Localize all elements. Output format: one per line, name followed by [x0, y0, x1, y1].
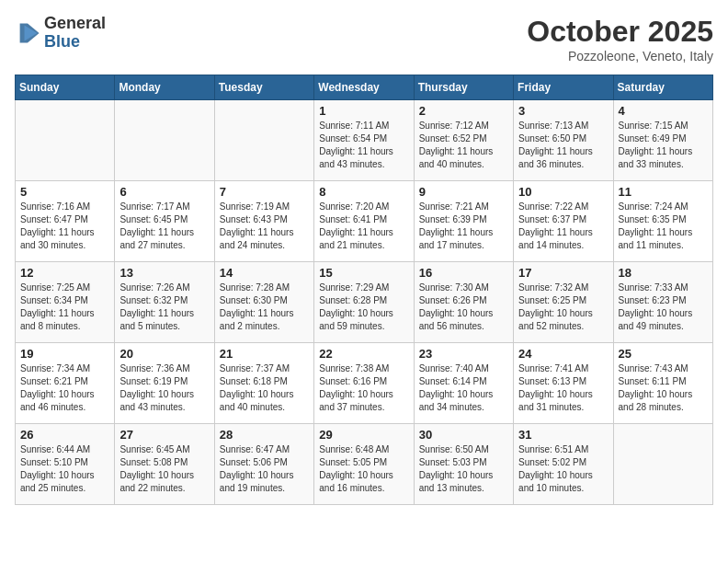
sunset-text: Sunset: 5:10 PM — [20, 457, 88, 467]
day-number: 29 — [319, 428, 408, 442]
day-number: 2 — [419, 104, 508, 118]
calendar-cell: 9Sunrise: 7:21 AMSunset: 6:39 PMDaylight… — [414, 181, 513, 262]
calendar-cell — [115, 100, 214, 181]
calendar-cell: 24Sunrise: 7:41 AMSunset: 6:13 PMDayligh… — [514, 343, 613, 424]
sunset-text: Sunset: 5:05 PM — [319, 457, 387, 467]
sunrise-text: Sunrise: 7:37 AM — [220, 363, 290, 373]
sunset-text: Sunset: 6:30 PM — [220, 295, 288, 305]
daylight-hours: Daylight: 10 hours and 56 minutes. — [419, 308, 494, 331]
sunset-text: Sunset: 6:26 PM — [419, 295, 487, 305]
day-info: Sunrise: 7:17 AMSunset: 6:45 PMDaylight:… — [119, 201, 209, 252]
day-number: 19 — [20, 347, 109, 361]
daylight-hours: Daylight: 10 hours and 40 minutes. — [220, 389, 294, 412]
day-number: 6 — [119, 185, 209, 199]
header-monday: Monday — [115, 75, 214, 100]
calendar-cell: 7Sunrise: 7:19 AMSunset: 6:43 PMDaylight… — [214, 181, 313, 262]
day-number: 12 — [20, 266, 109, 280]
day-info: Sunrise: 7:43 AMSunset: 6:11 PMDaylight:… — [619, 362, 708, 414]
sunset-text: Sunset: 6:41 PM — [319, 214, 387, 224]
day-info: Sunrise: 7:38 AMSunset: 6:16 PMDaylight:… — [319, 362, 408, 414]
day-number: 25 — [619, 347, 708, 361]
calendar-cell: 28Sunrise: 6:47 AMSunset: 5:06 PMDayligh… — [214, 424, 313, 505]
header-saturday: Saturday — [613, 75, 712, 100]
calendar-cell — [613, 424, 712, 505]
day-info: Sunrise: 7:24 AMSunset: 6:35 PMDaylight:… — [619, 201, 708, 252]
day-info: Sunrise: 7:16 AMSunset: 6:47 PMDaylight:… — [20, 201, 109, 252]
sunrise-text: Sunrise: 7:30 AM — [419, 282, 489, 293]
day-number: 13 — [119, 266, 209, 280]
day-number: 7 — [220, 185, 309, 199]
day-number: 5 — [20, 185, 109, 199]
calendar-cell — [214, 100, 313, 181]
calendar-cell: 31Sunrise: 6:51 AMSunset: 5:02 PMDayligh… — [514, 424, 613, 505]
sunrise-text: Sunrise: 7:19 AM — [220, 201, 290, 212]
daylight-hours: Daylight: 10 hours and 13 minutes. — [419, 470, 494, 493]
daylight-hours: Daylight: 10 hours and 25 minutes. — [20, 470, 95, 493]
calendar-cell: 14Sunrise: 7:28 AMSunset: 6:30 PMDayligh… — [214, 262, 313, 343]
daylight-hours: Daylight: 11 hours and 36 minutes. — [518, 146, 593, 169]
day-number: 27 — [119, 428, 209, 442]
daylight-hours: Daylight: 11 hours and 40 minutes. — [419, 146, 494, 169]
sunrise-text: Sunrise: 7:36 AM — [119, 363, 189, 373]
day-info: Sunrise: 7:36 AMSunset: 6:19 PMDaylight:… — [119, 362, 209, 414]
day-number: 8 — [319, 185, 408, 199]
day-number: 14 — [220, 266, 309, 280]
sunrise-text: Sunrise: 7:22 AM — [518, 201, 588, 212]
day-info: Sunrise: 7:40 AMSunset: 6:14 PMDaylight:… — [419, 362, 508, 414]
day-info: Sunrise: 6:45 AMSunset: 5:08 PMDaylight:… — [119, 443, 209, 495]
logo: General Blue — [15, 15, 106, 52]
day-number: 20 — [119, 347, 209, 361]
day-number: 21 — [220, 347, 309, 361]
calendar-week-4: 19Sunrise: 7:34 AMSunset: 6:21 PMDayligh… — [16, 343, 713, 424]
sunrise-text: Sunrise: 6:51 AM — [518, 444, 588, 454]
calendar-body: 1Sunrise: 7:11 AMSunset: 6:54 PMDaylight… — [16, 100, 713, 505]
calendar-cell: 3Sunrise: 7:13 AMSunset: 6:50 PMDaylight… — [514, 100, 613, 181]
page-header: General Blue October 2025 Pozzoleone, Ve… — [15, 15, 713, 63]
calendar-cell: 18Sunrise: 7:33 AMSunset: 6:23 PMDayligh… — [613, 262, 712, 343]
sunset-text: Sunset: 6:14 PM — [419, 376, 487, 386]
day-info: Sunrise: 7:32 AMSunset: 6:25 PMDaylight:… — [518, 282, 608, 333]
daylight-hours: Daylight: 10 hours and 22 minutes. — [119, 470, 194, 493]
sunset-text: Sunset: 5:06 PM — [220, 457, 288, 467]
calendar-cell: 26Sunrise: 6:44 AMSunset: 5:10 PMDayligh… — [16, 424, 115, 505]
daylight-hours: Daylight: 10 hours and 16 minutes. — [319, 470, 393, 493]
day-info: Sunrise: 7:30 AMSunset: 6:26 PMDaylight:… — [419, 282, 508, 333]
sunrise-text: Sunrise: 6:50 AM — [419, 444, 489, 454]
daylight-hours: Daylight: 11 hours and 43 minutes. — [319, 146, 393, 169]
calendar-cell: 25Sunrise: 7:43 AMSunset: 6:11 PMDayligh… — [613, 343, 712, 424]
calendar-cell: 12Sunrise: 7:25 AMSunset: 6:34 PMDayligh… — [16, 262, 115, 343]
calendar-cell: 10Sunrise: 7:22 AMSunset: 6:37 PMDayligh… — [514, 181, 613, 262]
calendar-cell: 29Sunrise: 6:48 AMSunset: 5:05 PMDayligh… — [314, 424, 414, 505]
daylight-hours: Daylight: 10 hours and 19 minutes. — [220, 470, 294, 493]
sunrise-text: Sunrise: 6:45 AM — [119, 444, 189, 454]
sunrise-text: Sunrise: 7:12 AM — [419, 121, 489, 131]
sunset-text: Sunset: 6:23 PM — [619, 295, 687, 305]
day-number: 9 — [419, 185, 508, 199]
day-number: 28 — [220, 428, 309, 442]
sunset-text: Sunset: 6:11 PM — [619, 376, 687, 386]
day-info: Sunrise: 7:22 AMSunset: 6:37 PMDaylight:… — [518, 201, 608, 252]
day-info: Sunrise: 7:37 AMSunset: 6:18 PMDaylight:… — [220, 362, 309, 414]
logo-blue-text: Blue — [44, 32, 80, 51]
daylight-hours: Daylight: 11 hours and 8 minutes. — [20, 308, 95, 331]
day-info: Sunrise: 7:15 AMSunset: 6:49 PMDaylight:… — [619, 120, 708, 171]
calendar-week-3: 12Sunrise: 7:25 AMSunset: 6:34 PMDayligh… — [16, 262, 713, 343]
calendar-cell: 17Sunrise: 7:32 AMSunset: 6:25 PMDayligh… — [514, 262, 613, 343]
day-info: Sunrise: 7:26 AMSunset: 6:32 PMDaylight:… — [119, 282, 209, 333]
day-info: Sunrise: 7:34 AMSunset: 6:21 PMDaylight:… — [20, 362, 109, 414]
sunset-text: Sunset: 6:32 PM — [119, 295, 188, 305]
day-info: Sunrise: 6:48 AMSunset: 5:05 PMDaylight:… — [319, 443, 408, 495]
sunrise-text: Sunrise: 7:32 AM — [518, 282, 588, 293]
daylight-hours: Daylight: 11 hours and 5 minutes. — [119, 308, 194, 331]
day-number: 1 — [319, 104, 408, 118]
location-subtitle: Pozzoleone, Veneto, Italy — [527, 49, 713, 63]
daylight-hours: Daylight: 10 hours and 34 minutes. — [419, 389, 494, 412]
calendar-cell: 6Sunrise: 7:17 AMSunset: 6:45 PMDaylight… — [115, 181, 214, 262]
day-info: Sunrise: 7:21 AMSunset: 6:39 PMDaylight:… — [419, 201, 508, 252]
day-number: 4 — [619, 104, 708, 118]
day-number: 31 — [518, 428, 608, 442]
day-number: 24 — [518, 347, 608, 361]
daylight-hours: Daylight: 10 hours and 31 minutes. — [518, 389, 593, 412]
day-info: Sunrise: 7:19 AMSunset: 6:43 PMDaylight:… — [220, 201, 309, 252]
sunset-text: Sunset: 6:16 PM — [319, 376, 387, 386]
